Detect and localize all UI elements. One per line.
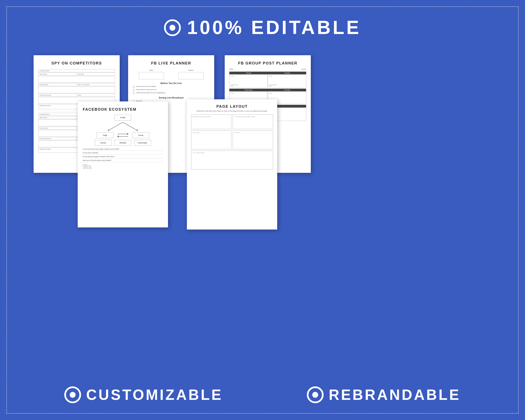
live-check-1: Promote Your FB Live Graphic	[133, 86, 210, 88]
eco-q3: Is your group and page are linked to eac…	[83, 156, 163, 158]
ecosystem-arrows-top	[102, 122, 144, 131]
group-meta: Week: Theme:	[229, 68, 306, 70]
live-check-text-3: Create announcement on your fb page/grou…	[136, 92, 166, 93]
ecosystem-stories-node: Stories	[95, 140, 112, 146]
card-page: PAGE LAYOUT Brainstorm and write down id…	[187, 99, 277, 230]
page-cell-bumper: Your message or bumper sticker	[233, 114, 273, 129]
ecosystem-profile-node: Profile	[114, 115, 131, 121]
live-check-2: Send email to invite to your live	[133, 89, 210, 91]
live-checkbox-icon-3[interactable]	[133, 92, 135, 94]
footer-customizable: CUSTOMIZABLE	[64, 386, 223, 403]
group-tuesday-url: URL:	[269, 85, 305, 87]
eco-q2: Do you have a website?	[83, 152, 163, 155]
spy-caption-2: Caption details:	[38, 127, 77, 129]
live-date-theme: Date: Theme:	[133, 69, 210, 79]
group-monday-cell: Copy: Call to Action: URL:	[229, 74, 268, 88]
live-title: FB LIVE PLANNER	[133, 61, 210, 65]
spy-keywords: Keywords they used:	[38, 94, 77, 96]
group-wednesday-header: Wednesday	[229, 89, 268, 91]
page-layout-grid: What pictures will you have? Your messag…	[191, 114, 273, 169]
page-cell-pictures: What pictures will you have?	[191, 114, 231, 129]
customizable-icon-inner	[70, 392, 75, 398]
rebrandable-label: REBRANDABLE	[329, 386, 461, 403]
ecosystem-diagram: Profile Page	[83, 115, 163, 146]
spy-post-about: Post about:	[77, 73, 115, 75]
live-date-label: Date:	[149, 69, 153, 71]
group-thursday-copy: Copy:	[269, 93, 305, 94]
rebrandable-icon-inner	[312, 392, 318, 398]
header: 100% EDITABLE	[0, 0, 525, 51]
ecosystem-title: FACEBOOK ECOSYSTEM	[83, 107, 163, 112]
live-checkbox-icon[interactable]	[133, 86, 135, 88]
live-theme-group: Theme:	[178, 69, 204, 79]
live-checkbox-icon-2[interactable]	[133, 89, 135, 91]
spy-caption: Caption details:	[38, 83, 77, 86]
ecosystem-page-group-row: Page	[97, 132, 149, 138]
page-layout-subtitle: Brainstorm and write down ideas for each…	[191, 110, 273, 112]
card-ecosystem: FACEBOOK ECOSYSTEM Profile	[78, 102, 168, 227]
group-monday-copy: Copy:	[231, 75, 266, 77]
customizable-label: CUSTOMIZABLE	[86, 386, 223, 403]
spy-video-details: Video Details:	[38, 73, 77, 75]
customizable-icon	[64, 386, 81, 403]
ecosystem-bottom-row: Stories Website Messenger	[95, 140, 151, 146]
group-tuesday-copy: Copy:	[269, 75, 305, 77]
group-week-label: Week:	[229, 68, 234, 70]
spy-competitor-name: Competitor Name:	[38, 69, 115, 72]
editable-icon	[164, 19, 181, 36]
live-date-box[interactable]	[139, 72, 164, 79]
spy-title: SPY ON COMPETITORS	[38, 61, 115, 65]
live-date-group: Date:	[139, 69, 164, 79]
group-monday-url: URL:	[231, 85, 266, 87]
spy-keywords-2: Keywords they used:	[38, 137, 77, 140]
group-tuesday-header: Tuesday	[268, 72, 306, 74]
group-tuesday-cell: Copy: Call to Action: URL:	[268, 74, 306, 88]
header-title: 100% EDITABLE	[187, 17, 361, 38]
page-cell-bio: Your Bio	[233, 131, 273, 149]
spy-notes: Notes:	[77, 94, 115, 96]
group-theme-label: Theme:	[301, 68, 306, 70]
ecosystem-messenger-node: Messenger	[134, 140, 151, 146]
eco-extra-text: problemstruggled the s...in freebie / pa…	[83, 164, 163, 169]
live-check-text-1: Promote Your FB Live Graphic	[136, 86, 156, 87]
page-cell-cta: Your Call to Action	[191, 150, 273, 169]
live-before-title: Before You Go Live	[133, 82, 210, 84]
group-wednesday-copy: Copy:	[231, 93, 266, 94]
ecosystem-group-node: Group	[132, 132, 149, 138]
eco-q4: Have you a FB pixel setup on your websit…	[83, 160, 163, 162]
ecosystem-page-node: Page	[97, 132, 113, 138]
group-row-montue: Monday Copy: Call to Action: URL: Tuesda…	[229, 72, 306, 88]
live-theme-box[interactable]	[178, 72, 204, 79]
page-layout-title: PAGE LAYOUT	[191, 104, 273, 109]
spy-video-details-2: Video Details:	[38, 116, 77, 119]
svg-line-0	[108, 122, 123, 131]
group-thursday-header: Thursday	[268, 89, 306, 91]
icon-inner	[169, 25, 175, 31]
live-theme-label: Theme:	[188, 69, 194, 71]
eco-q1: Do you have links to your page or group …	[83, 148, 163, 151]
live-check-3: Create announcement on your fb page/grou…	[133, 92, 210, 94]
footer-rebrandable: REBRANDABLE	[307, 386, 461, 403]
live-during-title: During Live Broadcast	[133, 96, 210, 99]
live-check-text-2: Send email to invite to your live	[136, 89, 156, 90]
footer: CUSTOMIZABLE REBRANDABLE	[0, 386, 525, 403]
svg-line-1	[123, 122, 138, 131]
page-cell-name: Your name	[191, 131, 231, 149]
rebrandable-icon	[307, 386, 324, 403]
spy-date: Date or Time posted:	[77, 83, 115, 86]
group-title: FB GROUP POST PLANNER	[229, 61, 306, 65]
ecosystem-website-node: Website	[114, 140, 131, 146]
group-monday-header: Monday	[229, 72, 268, 74]
